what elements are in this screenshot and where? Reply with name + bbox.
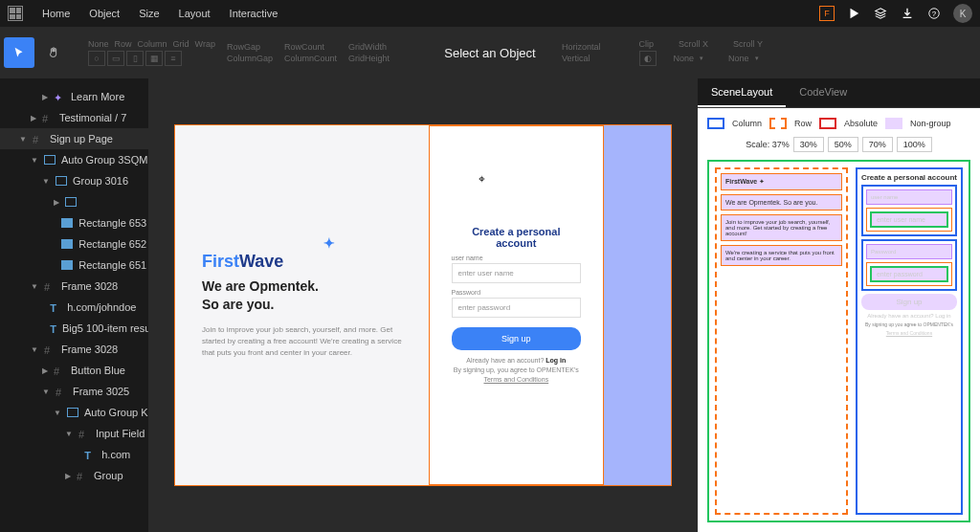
canvas-message: Select an Object [444, 46, 535, 60]
terms-link[interactable]: Terms and Conditions [483, 376, 548, 383]
pv-pass-label: Password [866, 244, 952, 259]
tree-item[interactable]: ▶#Button Blue [0, 360, 148, 381]
gridw-label: GridWidth [348, 42, 390, 52]
layout-preview: FirstWave ✦ We are Opmentek. So are you.… [707, 160, 970, 522]
rowcount-label: RowCount [284, 42, 337, 52]
pv-user-label: user name [866, 189, 952, 205]
layout-row-icon[interactable]: ▭ [107, 51, 124, 66]
scale-70[interactable]: 70% [862, 137, 893, 152]
pv-signup: Sign up [861, 294, 957, 310]
user-avatar[interactable]: K [953, 4, 972, 23]
pv-desc2: We're creating a service that puts you f… [721, 245, 842, 266]
tree-item[interactable]: ▼Auto Group 3SQM [0, 149, 148, 170]
menu-object[interactable]: Object [89, 8, 120, 19]
logo: FirstWave [202, 252, 402, 272]
svg-text:?: ? [932, 10, 937, 18]
tree-item[interactable]: Rectangle 652 [0, 233, 148, 255]
username-label: user name [452, 255, 582, 261]
clip-toggle[interactable]: ◐ [639, 51, 657, 66]
artboard[interactable]: FirstWave We are Opmentek.✦ So are you. … [174, 124, 672, 486]
tree-item[interactable]: Rectangle 651 [0, 255, 148, 276]
play-icon[interactable] [846, 6, 861, 21]
scale-30[interactable]: 30% [793, 137, 824, 152]
tree-item[interactable]: ▶ [0, 191, 148, 212]
username-input[interactable]: enter user name [452, 263, 582, 283]
clip-label: Clip [639, 39, 655, 49]
tree-item[interactable]: ▶#Group [0, 465, 148, 486]
tab-codeview[interactable]: CodeView [786, 78, 860, 107]
legend-absolute: Absolute [844, 119, 878, 128]
sparkle-icon: ✦ [323, 234, 335, 252]
hand-tool[interactable] [38, 37, 69, 68]
scale-50[interactable]: 50% [828, 137, 858, 152]
password-label: Password [452, 289, 582, 296]
menu-home[interactable]: Home [42, 8, 70, 19]
prop-none: None [88, 39, 109, 49]
pv-pass-input: enter password [870, 266, 948, 282]
menu-interactive[interactable]: Interactive [230, 8, 278, 19]
pv-foot2: By signing up you agree to OPMENTEK's [861, 321, 957, 327]
tree-item[interactable]: ▼#Frame 3025 [0, 381, 148, 402]
tree-item[interactable]: Th.com/johndoe [0, 297, 148, 318]
tree-item[interactable]: ▼#Frame 3028 [0, 339, 148, 360]
accent-panel [604, 125, 671, 485]
pv-title: Create a personal account [861, 173, 957, 182]
hero-description: Join to improve your job search, yoursel… [202, 324, 402, 359]
legend-column: Column [732, 119, 762, 128]
layout-col-icon[interactable]: ▯ [126, 51, 144, 66]
tree-item[interactable]: ▼#Sign up Page [0, 128, 148, 149]
scrolly-val[interactable]: None [728, 54, 749, 63]
menu-size[interactable]: Size [139, 8, 159, 19]
password-input[interactable]: enter password [452, 298, 582, 318]
legend-column-swatch [707, 118, 724, 129]
menu-layout[interactable]: Layout [179, 8, 211, 19]
gridh-label: GridHeight [348, 54, 390, 63]
horiz-label: Horizontal [562, 42, 601, 52]
tab-scenelayout[interactable]: SceneLayout [698, 78, 786, 107]
badge-icon[interactable]: F [819, 6, 835, 21]
legend-row-swatch [769, 118, 787, 129]
scale-100[interactable]: 100% [897, 137, 932, 152]
scrollx-label: Scroll X [679, 39, 708, 49]
form-title: Create a personal account [452, 226, 582, 249]
tree-item[interactable]: ▶✦Learn More [0, 86, 148, 107]
layers-icon[interactable] [873, 6, 888, 21]
legend-nongroup-swatch [885, 118, 902, 129]
layout-grid-icon[interactable]: ▦ [145, 51, 163, 66]
legend-nongroup: Non-group [910, 119, 951, 128]
colgap-label: ColumnGap [227, 54, 273, 63]
download-icon[interactable] [900, 6, 915, 21]
pv-foot: Already have an account? Log in [861, 313, 957, 319]
select-tool[interactable] [4, 37, 34, 68]
login-link[interactable]: Log in [546, 357, 566, 364]
rowgap-label: RowGap [227, 42, 273, 52]
tree-item[interactable]: Rectangle 653 [0, 212, 148, 233]
tree-item[interactable]: ▶#Testimonial / 7 [0, 107, 148, 128]
tree-item[interactable]: Th.com [0, 444, 148, 465]
form-footer: Already have an account? Log in By signi… [452, 356, 582, 384]
tree-item[interactable]: ▼#Frame 3028 [0, 276, 148, 297]
layout-none-icon[interactable]: ○ [88, 51, 105, 66]
prop-wrap: Wrap [195, 39, 215, 49]
tree-item[interactable]: ▼Group 3016 [0, 170, 148, 191]
layout-wrap-icon[interactable]: ≡ [165, 51, 182, 66]
tree-item[interactable]: ▼#Input Field [0, 423, 148, 444]
signup-button[interactable]: Sign up [452, 327, 582, 350]
pv-logo: FirstWave ✦ [721, 173, 842, 190]
hero-section: FirstWave We are Opmentek.✦ So are you. … [175, 125, 429, 485]
scrollx-val[interactable]: None [674, 54, 695, 63]
tree-item[interactable]: ▼Auto Group K [0, 402, 148, 423]
prop-row: Row [115, 39, 132, 49]
pv-foot3: Terms and Conditions [861, 330, 957, 336]
colcount-label: ColumnCount [284, 54, 337, 63]
pv-desc: Join to improve your job search, yoursel… [721, 214, 842, 241]
canvas[interactable]: FirstWave We are Opmentek.✦ So are you. … [148, 78, 698, 532]
prop-grid: Grid [173, 39, 189, 49]
scale-label: Scale: 37% [746, 140, 790, 149]
app-menu-icon[interactable] [8, 6, 23, 21]
tree-item[interactable]: TBig5 100-item resu [0, 318, 148, 339]
pv-tag: We are Opmentek. So are you. [721, 194, 842, 211]
legend-row: Row [794, 119, 812, 128]
scrolly-label: Scroll Y [733, 39, 763, 49]
help-icon[interactable]: ? [926, 6, 942, 21]
